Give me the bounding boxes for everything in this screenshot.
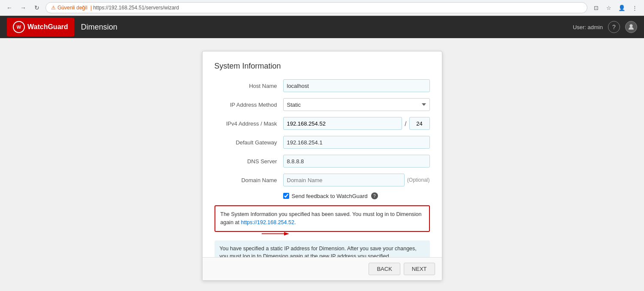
alert-link[interactable]: https://192.168.254.52 xyxy=(241,219,294,225)
security-warning: ⚠ Güvenli değil | xyxy=(51,5,93,11)
user-label: User: admin xyxy=(573,24,603,30)
dialog-body: System Information Host Name IP Address … xyxy=(203,51,442,257)
domain-row: Domain Name (Optional) xyxy=(215,174,430,186)
ipv4-group: / xyxy=(283,117,430,130)
mask-input[interactable] xyxy=(409,117,430,130)
optional-label: (Optional) xyxy=(407,177,430,183)
page-content: System Information Host Name IP Address … xyxy=(0,38,644,291)
dns-input[interactable] xyxy=(283,155,430,168)
feedback-help-icon[interactable]: ? xyxy=(371,192,378,199)
browser-actions: ⊡ ☆ 👤 ⋮ xyxy=(591,3,640,13)
alert-box: The System Information you specified has… xyxy=(215,205,430,232)
ipv4-row: IPv4 Address / Mask / xyxy=(215,117,430,130)
dns-label: DNS Server xyxy=(215,158,283,165)
ipv4-input[interactable] xyxy=(283,117,402,130)
warning-icon: ⚠ xyxy=(51,5,56,11)
system-information-dialog: System Information Host Name IP Address … xyxy=(202,51,442,281)
gateway-input[interactable] xyxy=(283,136,430,149)
user-area: User: admin ? xyxy=(573,21,637,33)
info-box: You have specified a static IP address f… xyxy=(215,240,430,258)
username: admin xyxy=(588,24,603,30)
dns-row: DNS Server xyxy=(215,155,430,168)
domain-input[interactable] xyxy=(283,174,405,186)
next-button[interactable]: NEXT xyxy=(404,263,435,275)
host-name-label: Host Name xyxy=(215,83,283,89)
browser-toolbar: ← → ↻ ⚠ Güvenli değil | ⊡ ☆ 👤 ⋮ xyxy=(0,0,644,15)
brand-name: WatchGuard xyxy=(27,23,68,31)
ip-method-row: IP Address Method DHCP Static PPPoE xyxy=(215,98,430,111)
dialog-title: System Information xyxy=(215,62,430,71)
address-bar: ⚠ Güvenli değil | xyxy=(45,2,587,13)
browser-chrome: ← → ↻ ⚠ Güvenli değil | ⊡ ☆ 👤 ⋮ xyxy=(0,0,644,16)
reload-button[interactable]: ↻ xyxy=(32,3,42,13)
back-button[interactable]: BACK xyxy=(369,263,400,275)
menu-icon[interactable]: ⋮ xyxy=(629,3,640,13)
ipv4-label: IPv4 Address / Mask xyxy=(215,120,283,127)
slash-divider: / xyxy=(405,120,406,127)
app-title: Dimension xyxy=(81,23,573,32)
forward-nav-button[interactable]: → xyxy=(18,3,28,13)
back-nav-button[interactable]: ← xyxy=(4,3,15,13)
security-warning-text: Güvenli değil xyxy=(57,5,87,11)
gateway-row: Default Gateway xyxy=(215,136,430,149)
logo-area: W WatchGuard xyxy=(7,18,74,36)
gateway-label: Default Gateway xyxy=(215,139,283,146)
domain-label: Domain Name xyxy=(215,177,283,183)
info-message: You have specified a static IP address f… xyxy=(220,246,417,258)
bookmark-icon[interactable]: ☆ xyxy=(604,3,614,13)
user-avatar[interactable] xyxy=(625,21,637,33)
svg-marker-2 xyxy=(284,232,289,235)
dialog-footer: BACK NEXT xyxy=(203,257,442,280)
help-button[interactable]: ? xyxy=(608,21,620,33)
translate-icon[interactable]: ⊡ xyxy=(591,3,601,13)
svg-point-0 xyxy=(630,24,633,27)
profile-icon[interactable]: 👤 xyxy=(617,3,627,13)
watchguard-logo: W xyxy=(13,21,25,33)
host-name-row: Host Name xyxy=(215,79,430,92)
feedback-label: Send feedback to WatchGuard xyxy=(292,193,368,199)
feedback-checkbox-row: Send feedback to WatchGuard ? xyxy=(283,192,430,199)
ip-method-label: IP Address Method xyxy=(215,102,283,108)
host-name-input[interactable] xyxy=(283,79,430,92)
red-arrow xyxy=(258,231,293,238)
ip-method-select[interactable]: DHCP Static PPPoE xyxy=(283,98,430,111)
url-input[interactable] xyxy=(93,5,582,11)
feedback-checkbox[interactable] xyxy=(283,193,289,199)
app-header: W WatchGuard Dimension User: admin ? xyxy=(0,16,644,38)
